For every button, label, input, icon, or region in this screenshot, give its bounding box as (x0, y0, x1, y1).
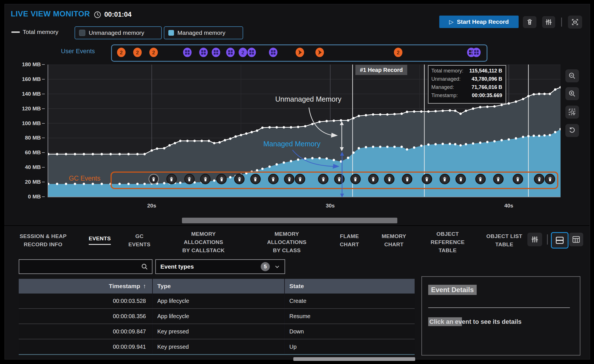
user-event-purple-grid-icon[interactable] (268, 47, 278, 57)
fullscreen-icon (571, 18, 579, 26)
gc-event-trash-icon[interactable] (350, 174, 361, 184)
zoom-region-button[interactable] (565, 106, 579, 119)
user-event-purple-grid-icon[interactable] (198, 47, 209, 57)
x-axis-tick-label: 30s (319, 203, 341, 209)
fullscreen-button[interactable] (568, 16, 582, 29)
user-event-purple-grid-icon[interactable] (211, 47, 221, 57)
tab-events[interactable]: EVENTS (84, 226, 115, 254)
y-axis-tick-label: 100 MB (10, 120, 41, 127)
type-cell: Key pressed (153, 339, 285, 354)
tab-memory-allocations-by-callstack[interactable]: MEMORY ALLOCATIONS BY CALLSTACK (179, 226, 228, 254)
column-header-state[interactable]: State (285, 279, 414, 294)
user-event-purple-grid-icon[interactable] (182, 47, 192, 57)
user-event-purple-grid-pair-icon[interactable] (466, 47, 476, 57)
gc-event-trash-icon[interactable] (268, 174, 279, 184)
user-event-purple-grid-icon[interactable] (225, 47, 236, 57)
gc-event-trash-icon[interactable] (250, 174, 261, 184)
gc-event-trash-icon[interactable] (318, 174, 328, 184)
zoom-reset-button[interactable] (565, 124, 579, 137)
column-header-timestamp[interactable]: Timestamp ↑ (19, 279, 153, 294)
page-title: LIVE VIEW MONITOR (11, 10, 90, 18)
event-table-row[interactable]: 00:00:09.847 Key pressed Down (19, 324, 415, 339)
y-axis-labels: 180 MB160 MB140 MB120 MB100 MB80 MB60 MB… (10, 65, 45, 197)
tab-memory-chart[interactable]: MEMORY CHART (377, 226, 411, 254)
bottom-scrollbar-thumb[interactable] (293, 357, 415, 361)
column-header-type[interactable]: Type (153, 279, 285, 294)
trash-icon (526, 18, 533, 26)
user-event-orange-badge-2-icon[interactable]: 2 (116, 47, 126, 57)
layout-grid-button[interactable] (569, 233, 583, 246)
tab-object-reference-table[interactable]: OBJECT REFERENCE TABLE (428, 226, 467, 254)
y-axis-tick (42, 152, 45, 153)
y-axis-tick-label: 180 MB (10, 61, 41, 68)
user-event-orange-badge-2-icon[interactable]: 2 (148, 47, 159, 57)
bottom-tab-bar: SESSION & HEAP RECORD INFOEVENTSGC EVENT… (5, 226, 589, 254)
gc-event-trash-icon[interactable] (368, 174, 379, 184)
y-axis-tick (42, 167, 45, 168)
gc-event-trash-icon[interactable] (184, 174, 195, 184)
events-table-header: Timestamp ↑ Type State (19, 279, 415, 294)
gc-event-trash-icon[interactable] (384, 174, 394, 184)
tooltip-row: Timestamp:00:00:35.669 (431, 93, 502, 101)
y-axis-tick (42, 79, 45, 80)
tab-object-list-table[interactable]: OBJECT LIST TABLE (485, 226, 523, 254)
legend-unmanaged-toggle[interactable]: Unmanaged memory (75, 26, 162, 39)
event-table-row[interactable]: 00:00:03.528 App lifecycle Create (19, 294, 415, 308)
gc-event-trash-icon[interactable] (295, 174, 305, 184)
gc-event-trash-icon[interactable] (475, 174, 486, 184)
user-event-orange-badge-2-icon[interactable]: 2 (393, 47, 403, 57)
event-table-row[interactable]: 00:00:08.356 App lifecycle Resume (19, 308, 415, 324)
legend-managed-toggle[interactable]: Managed memory (164, 26, 243, 39)
event-types-label: Event types (160, 263, 257, 270)
tab-memory-allocations-by-class[interactable]: MEMORY ALLOCATIONS BY CLASS (263, 226, 311, 254)
zoom-out-button[interactable] (565, 69, 579, 82)
zoom-in-button[interactable] (565, 87, 579, 100)
user-event-orange-pointer-icon[interactable] (315, 47, 325, 57)
gc-event-trash-icon[interactable] (422, 174, 432, 184)
event-details-hint: Click an event to see its details (428, 318, 521, 326)
chart-settings-button[interactable] (542, 16, 555, 28)
svg-text:2: 2 (136, 50, 139, 55)
gc-event-trash-icon[interactable] (148, 174, 159, 184)
filter-sliders-icon (545, 18, 552, 26)
event-table-row[interactable]: 00:00:09.941 Key pressed Up (19, 339, 415, 354)
gc-event-trash-icon[interactable] (493, 174, 504, 184)
managed-memory-swatch (168, 30, 174, 36)
gc-event-trash-icon[interactable] (545, 174, 555, 184)
gc-events-label: GC Events (69, 175, 100, 182)
user-event-purple-grid-icon[interactable] (247, 47, 257, 57)
heap-record-marker-label[interactable]: #1 Heap Record (355, 65, 407, 75)
svg-text:2: 2 (152, 50, 155, 55)
user-event-orange-pointer-icon[interactable] (295, 47, 305, 57)
user-event-orange-badge-2-icon[interactable]: 2 (132, 47, 143, 57)
gc-event-trash-icon[interactable] (216, 174, 227, 184)
split-rows-icon (555, 236, 564, 245)
y-axis-tick (42, 138, 45, 138)
layout-split-button[interactable] (551, 232, 568, 249)
gc-event-trash-icon[interactable] (513, 174, 523, 184)
y-axis-tick-label: 60 MB (10, 149, 41, 156)
svg-text:2: 2 (397, 50, 400, 55)
events-table-body: 00:00:03.528 App lifecycle Create00:00:0… (19, 294, 415, 355)
event-types-dropdown[interactable]: Event types 5 (155, 259, 285, 274)
gc-event-trash-icon[interactable] (402, 174, 412, 184)
tab-gc-events[interactable]: GC EVENTS (127, 226, 152, 254)
tab-session-heap-record-info[interactable]: SESSION & HEAP RECORD INFO (15, 226, 71, 254)
type-cell: App lifecycle (153, 294, 285, 308)
unmanaged-memory-swatch (79, 30, 85, 36)
timestamp-cell: 00:00:09.847 (19, 324, 153, 339)
gc-event-trash-icon[interactable] (440, 174, 450, 184)
start-heap-record-button[interactable]: ▷ Start Heap Record (439, 16, 519, 28)
gc-event-trash-icon[interactable] (334, 174, 345, 184)
timestamp-cell: 00:00:08.356 (19, 309, 153, 324)
gc-event-trash-icon[interactable] (234, 174, 245, 184)
clear-trash-button[interactable] (523, 16, 536, 28)
gc-event-trash-icon[interactable] (166, 174, 177, 184)
chart-scrollbar-thumb[interactable] (182, 218, 397, 223)
tab-flame-chart[interactable]: FLAME CHART (335, 226, 364, 254)
gc-event-trash-icon[interactable] (455, 174, 466, 184)
table-settings-button[interactable] (527, 233, 542, 246)
search-input[interactable] (19, 264, 141, 270)
svg-text:2: 2 (241, 50, 244, 55)
event-details-panel: Event Details Click an event to see its … (421, 276, 580, 356)
